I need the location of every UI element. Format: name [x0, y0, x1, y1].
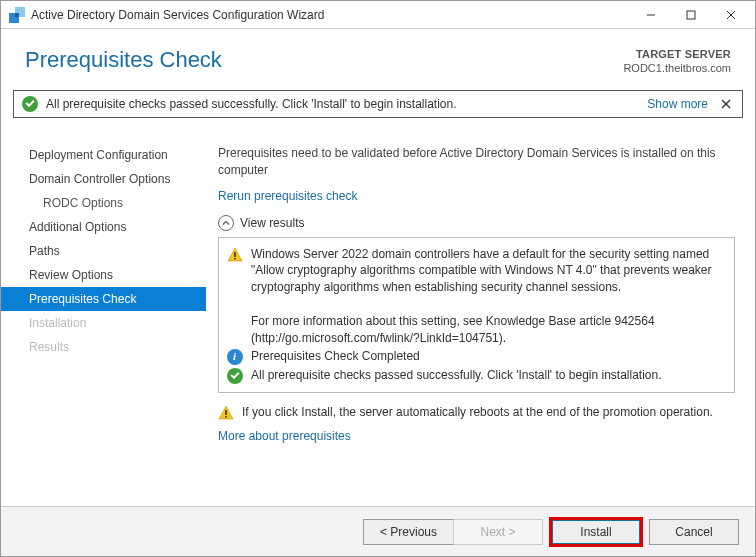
install-button[interactable]: Install [551, 519, 641, 545]
svg-rect-10 [234, 252, 236, 257]
result-text: All prerequisite checks passed successfu… [251, 367, 724, 384]
nav-sidebar: Deployment Configuration Domain Controll… [1, 137, 206, 506]
notice-bar: All prerequisite checks passed successfu… [13, 90, 743, 118]
svg-rect-4 [687, 11, 695, 19]
previous-button[interactable]: < Previous [363, 519, 453, 545]
reboot-warning: If you click Install, the server automat… [218, 405, 735, 421]
minimize-button[interactable] [631, 1, 671, 29]
dismiss-notice-button[interactable] [718, 96, 734, 112]
nav-item-paths[interactable]: Paths [1, 239, 206, 263]
svg-rect-13 [225, 410, 227, 415]
footer: < Previous Next > Install Cancel [1, 506, 755, 556]
nav-item-rodc-options[interactable]: RODC Options [1, 191, 206, 215]
target-server-block: TARGET SERVER RODC1.theitbros.com [623, 47, 731, 76]
result-row-info: Prerequisites Check Completed [227, 348, 724, 365]
warning-icon [218, 405, 234, 421]
success-icon [22, 96, 38, 112]
page-title: Prerequisites Check [25, 47, 623, 76]
info-icon [227, 349, 243, 365]
app-icon [9, 7, 25, 23]
target-server-label: TARGET SERVER [623, 47, 731, 61]
main-content: Prerequisites need to be validated befor… [206, 137, 755, 506]
next-button: Next > [453, 519, 543, 545]
result-row-warning: Windows Server 2022 domain controllers h… [227, 246, 724, 347]
maximize-button[interactable] [671, 1, 711, 29]
warning-icon [227, 247, 243, 263]
svg-rect-2 [15, 13, 19, 17]
window-controls [631, 1, 751, 29]
nav-item-review-options[interactable]: Review Options [1, 263, 206, 287]
window-title: Active Directory Domain Services Configu… [31, 8, 631, 22]
header: Prerequisites Check TARGET SERVER RODC1.… [1, 29, 755, 90]
nav-item-installation: Installation [1, 311, 206, 335]
success-icon [227, 368, 243, 384]
chevron-up-icon [218, 215, 234, 231]
notice-text: All prerequisite checks passed successfu… [46, 97, 647, 111]
view-results-label: View results [240, 216, 304, 230]
reboot-warning-text: If you click Install, the server automat… [242, 405, 713, 419]
nav-item-additional-options[interactable]: Additional Options [1, 215, 206, 239]
rerun-prerequisites-link[interactable]: Rerun prerequisites check [218, 189, 357, 203]
nav-item-prerequisites-check[interactable]: Prerequisites Check [1, 287, 206, 311]
intro-text: Prerequisites need to be validated befor… [218, 145, 735, 179]
show-more-link[interactable]: Show more [647, 97, 708, 111]
result-row-success: All prerequisite checks passed successfu… [227, 367, 724, 384]
result-text: Windows Server 2022 domain controllers h… [251, 246, 724, 347]
nav-button-group: < Previous Next > [363, 519, 543, 545]
close-button[interactable] [711, 1, 751, 29]
cancel-button[interactable]: Cancel [649, 519, 739, 545]
view-results-toggle[interactable]: View results [218, 215, 735, 231]
results-box[interactable]: Windows Server 2022 domain controllers h… [218, 237, 735, 393]
svg-rect-14 [225, 416, 227, 418]
more-about-prerequisites-link[interactable]: More about prerequisites [218, 429, 351, 443]
nav-item-deployment-configuration[interactable]: Deployment Configuration [1, 143, 206, 167]
target-server-name: RODC1.theitbros.com [623, 61, 731, 75]
body: Deployment Configuration Domain Controll… [1, 137, 755, 506]
nav-item-domain-controller-options[interactable]: Domain Controller Options [1, 167, 206, 191]
nav-item-results: Results [1, 335, 206, 359]
svg-rect-11 [234, 258, 236, 260]
titlebar: Active Directory Domain Services Configu… [1, 1, 755, 29]
result-text: Prerequisites Check Completed [251, 348, 724, 365]
